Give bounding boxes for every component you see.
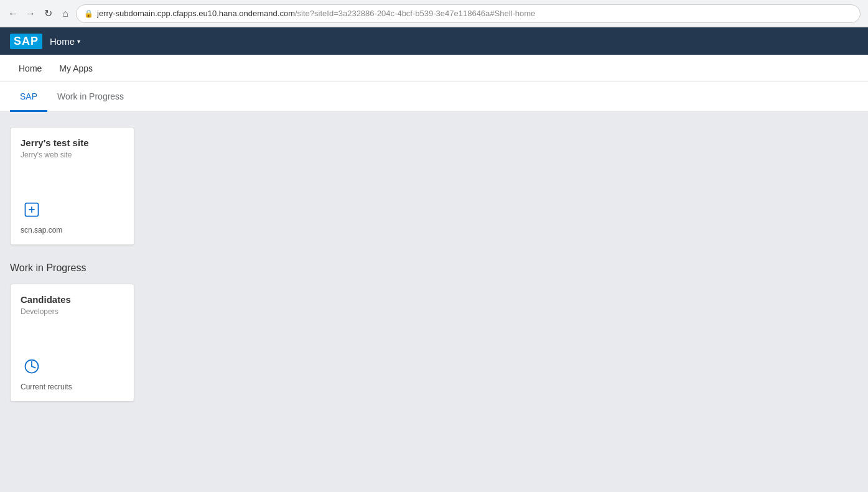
sap-logo[interactable]: SAP xyxy=(10,34,42,49)
url-display: jerry-subdomain.cpp.cfapps.eu10.hana.ond… xyxy=(97,9,535,18)
forward-button[interactable]: → xyxy=(25,8,36,19)
tile-candidates[interactable]: Candidates Developers Current recruits xyxy=(10,284,134,402)
home-chevron-icon: ▾ xyxy=(77,38,80,45)
tile-title: Jerry's test site xyxy=(21,137,124,148)
home-label: Home xyxy=(50,36,75,47)
tile-icon-area: Current recruits xyxy=(21,355,124,391)
reload-button[interactable]: ↻ xyxy=(42,8,54,19)
tile-title: Candidates xyxy=(21,294,124,305)
tile-icon-area: scn.sap.com xyxy=(21,198,124,234)
tile-link-label: scn.sap.com xyxy=(21,226,62,234)
pie-chart-icon xyxy=(21,355,43,378)
sap-tiles-row: Jerry's test site Jerry's web site scn.s… xyxy=(10,127,858,245)
sap-logo-box: SAP xyxy=(10,34,42,49)
main-content: Jerry's test site Jerry's web site scn.s… xyxy=(0,112,868,492)
browser-chrome: ← → ↻ ⌂ 🔒 jerry-subdomain.cpp.cfapps.eu1… xyxy=(0,0,868,27)
tab-sap[interactable]: SAP xyxy=(10,82,47,112)
tab-work-in-progress[interactable]: Work in Progress xyxy=(47,82,134,112)
url-domain: jerry-subdomain.cpp.cfapps.eu10.hana.ond… xyxy=(97,9,295,18)
browser-nav-icons: ← → ↻ ⌂ xyxy=(7,8,71,19)
nav-item-home[interactable]: Home xyxy=(10,55,50,82)
plus-box-icon xyxy=(21,198,43,221)
tab-strip: SAP Work in Progress xyxy=(0,82,868,112)
nav-bar: Home My Apps xyxy=(0,55,868,82)
work-in-progress-heading: Work in Progress xyxy=(10,262,858,274)
home-menu-button[interactable]: Home ▾ xyxy=(50,36,80,47)
back-button[interactable]: ← xyxy=(7,8,19,19)
wip-tiles-row: Candidates Developers Current recruits xyxy=(10,284,858,402)
home-button[interactable]: ⌂ xyxy=(60,8,71,19)
tile-jerrys-test-site[interactable]: Jerry's test site Jerry's web site scn.s… xyxy=(10,127,134,245)
tile-subtitle: Jerry's web site xyxy=(21,151,124,159)
url-path: /site?siteId=3a232886-204c-4bcf-b539-3e4… xyxy=(295,9,535,18)
nav-item-my-apps[interactable]: My Apps xyxy=(50,55,101,82)
lock-icon: 🔒 xyxy=(84,9,93,18)
tile-link-label: Current recruits xyxy=(21,383,72,391)
address-bar[interactable]: 🔒 jerry-subdomain.cpp.cfapps.eu10.hana.o… xyxy=(76,4,861,23)
sap-header: SAP Home ▾ xyxy=(0,27,868,55)
tile-subtitle: Developers xyxy=(21,307,124,316)
